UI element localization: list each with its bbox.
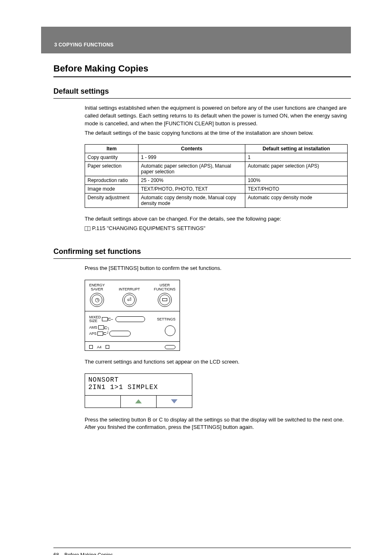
sub-rule-1 [53,98,351,99]
cell: Image mode [85,185,138,193]
tray-icon [165,345,175,349]
default-settings-table: Item Contents Default setting at install… [85,144,348,208]
list-icon [159,295,170,305]
sub-rule-2 [53,258,351,259]
table-row: Paper selection Automatic paper selectio… [85,162,348,176]
settings-label: SETTINGS [157,317,175,321]
th-default: Default setting at installation [245,145,348,153]
cell: Automatic copy density mode [245,193,348,208]
table-row: Image mode TEXT/PHOTO, PHOTO, TEXT TEXT/… [85,185,348,193]
cell: Automatic copy density mode, Manual copy… [138,193,245,208]
paper-size-label: A4 [97,345,101,349]
aps-icon [97,332,103,336]
th-contents: Contents [138,145,245,153]
cell: TEXT/PHOTO, PHOTO, TEXT [138,185,245,193]
ams-icon [98,325,104,329]
lcd-line: NONSORT [88,376,189,384]
cell: Density adjustment [85,193,138,208]
page-footer: 68 Before Making Copies [53,548,351,555]
cell: Reproduction ratio [85,176,138,185]
lcd-cell-b [120,396,156,408]
table-row: Reproduction ratio 25 - 200% 100% [85,176,348,185]
subheading-default-settings: Default settings [53,87,351,96]
triangle-up-icon [135,399,142,403]
cell: Automatic paper selection (APS) [245,162,348,176]
label: AMS [89,325,97,329]
page-number: 68 [53,552,59,555]
triangle-down-icon [171,399,178,403]
user-functions-button: USER FUNCTIONS [154,283,175,307]
doc-icon [102,317,108,321]
cell: Paper selection [85,162,138,176]
lcd-line: 2IN1 1>1 SIMPLEX [88,384,189,391]
connector: ⊏┐ [104,325,110,330]
cell: Copy quantity [85,153,138,162]
paragraph: Press the [SETTINGS] button to confirm t… [85,265,351,272]
table-row: Copy quantity 1 - 999 1 [85,153,348,162]
cell: 25 - 200% [138,176,245,185]
paragraph: Press the selecting button B or C to dis… [85,416,351,432]
chapter-label: 3 COPYING FUNCTIONS [54,42,113,48]
cell: TEXT/PHOTO [245,185,348,193]
control-panel-illustration: ENERGY SAVER ◷ INTERRUPT ⏎ USER FUNCTION… [85,280,180,351]
paragraph: The current settings and functions set a… [85,358,351,366]
th-item: Item [85,145,138,153]
panel-mid: MIXED SIZE ⊏– SETTINGS AMS ⊏┐ [85,311,180,341]
cross-reference: P.115 "CHANGING EQUIPMENT'S SETTINGS" [85,225,351,233]
label: INTERRUPT [119,288,140,292]
paragraph: The default settings of the basic copyin… [85,129,351,137]
label: FUNCTIONS [154,288,175,292]
cell: Automatic paper selection (APS), Manual … [138,162,245,176]
energy-saver-button: ENERGY SAVER ◷ [89,283,105,307]
paragraph: The default settings above can be change… [85,215,351,223]
ref-text: P.115 "CHANGING EQUIPMENT'S SETTINGS" [92,225,205,231]
footer-title: Before Making Copies [65,552,113,555]
indicator-pill [115,316,145,322]
square-icon [89,345,93,349]
lcd-cell-a [85,396,120,408]
indicator-pill [109,331,131,336]
page-title: Before Making Copies [53,63,351,74]
mixed-size-row: MIXED SIZE ⊏– SETTINGS [89,315,175,323]
cell: 100% [245,176,348,185]
lcd-screen: NONSORT 2IN1 1>1 SIMPLEX [85,373,192,408]
square-icon [106,345,109,349]
subheading-confirming: Confirming set functions [53,247,351,256]
ams-aps-row: AMS ⊏┐ APS ⊏┘ [89,325,175,336]
panel-top-row: ENERGY SAVER ◷ INTERRUPT ⏎ USER FUNCTION… [85,280,180,311]
clock-icon: ◷ [92,295,102,305]
connector: ⊏┘ [103,331,109,336]
lcd-cell-c [156,396,192,408]
book-icon [85,226,90,231]
label: SIZE [89,319,97,323]
title-rule [53,76,351,77]
interrupt-button: INTERRUPT ⏎ [119,283,140,307]
table-row: Density adjustment Automatic copy densit… [85,193,348,208]
chapter-header: 3 COPYING FUNCTIONS [41,27,351,53]
label: SAVER [89,288,105,292]
cell: 1 - 999 [138,153,245,162]
settings-button [165,325,175,336]
lcd-buttons [85,395,192,408]
cell: 1 [245,153,348,162]
label: APS [89,332,97,336]
interrupt-icon: ⏎ [124,295,135,305]
paragraph: Initial settings established when the eq… [85,104,351,128]
connector: ⊏– [108,317,113,321]
lcd-text-area: NONSORT 2IN1 1>1 SIMPLEX [85,374,192,395]
panel-bottom: A4 [85,341,180,350]
